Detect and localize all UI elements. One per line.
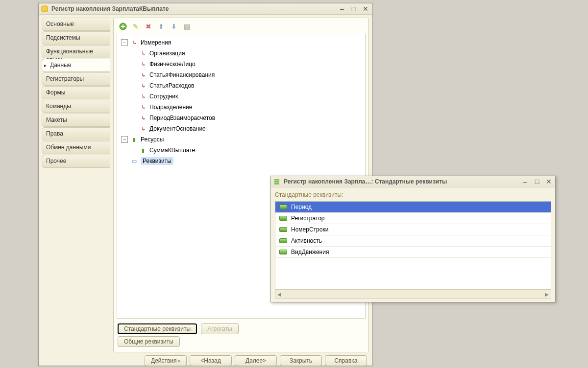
tree-node[interactable]: ↳ПериодВзаиморасчетов (138, 113, 363, 123)
help-button[interactable]: Справка (325, 355, 367, 366)
dimension-icon: ↳ (140, 50, 147, 57)
tree-node-label: СтатьяФинансирования (149, 71, 215, 78)
main-titlebar[interactable]: Регистр накопления ЗарплатаКВыплате – □ … (39, 3, 372, 15)
move-up-icon[interactable]: ⬆ (157, 22, 166, 31)
common-attributes-button[interactable]: Общие реквизиты (118, 336, 180, 347)
tree-node-resources[interactable]: – ▮ Ресурсы (119, 134, 363, 145)
resource-icon: ▮ (140, 147, 147, 154)
tree-node-label: Измерения (141, 39, 171, 46)
standard-attributes-button[interactable]: Стандартные реквизиты (118, 323, 197, 334)
list-item-label: Период (291, 204, 312, 210)
tree-node[interactable]: ↳Организация (138, 48, 363, 59)
tree-node[interactable]: ↳Сотрудник (138, 91, 363, 102)
tree-node-label: Сотрудник (149, 93, 178, 100)
expand-icon[interactable]: – (121, 39, 128, 46)
list-item[interactable]: ВидДвижения (275, 247, 551, 258)
dimension-icon: ↳ (140, 104, 147, 111)
popup-window: Регистр накопления Зарпла…: Стандартные … (270, 176, 556, 302)
field-icon (279, 238, 287, 243)
popup-close-button[interactable]: ✕ (544, 178, 553, 185)
scroll-right-icon[interactable]: ▶ (545, 292, 549, 297)
list-item[interactable]: НомерСтроки (275, 224, 551, 235)
expand-icon[interactable]: – (121, 136, 128, 143)
tree-node-attributes[interactable]: ▭ Реквизиты (119, 156, 363, 166)
back-button[interactable]: <Назад (190, 355, 232, 366)
list-item[interactable]: Регистратор (275, 213, 551, 224)
tab-forms[interactable]: Формы (42, 86, 110, 99)
tab-exchange[interactable]: Обмен данными (42, 141, 110, 154)
next-button[interactable]: Далее> (235, 355, 277, 366)
list-item[interactable]: Период (275, 202, 551, 213)
horizontal-scrollbar[interactable]: ◀ ▶ (275, 289, 551, 299)
tab-label: Формы (46, 89, 65, 96)
tree-node[interactable]: ▮СуммаКВыплате (138, 145, 363, 156)
field-icon (279, 216, 287, 221)
popup-titlebar[interactable]: Регистр накопления Зарпла…: Стандартные … (271, 176, 555, 187)
tree-node-label: СуммаКВыплате (149, 147, 195, 154)
tree-node[interactable]: ↳Подразделение (138, 102, 363, 113)
close-button[interactable]: ✕ (361, 5, 370, 13)
tree-node-label: СтатьяРасходов (149, 82, 194, 89)
panel-buttons: Стандартные реквизиты Агрегаты (117, 319, 366, 336)
minimize-button[interactable]: – (338, 5, 346, 13)
actions-button[interactable]: Действия (145, 355, 187, 366)
list-icon[interactable]: ▤ (182, 22, 191, 31)
list-item-label: Регистратор (291, 215, 325, 222)
main-window-title: Регистр накопления ЗарплатаКВыплате (51, 5, 338, 12)
footer-bar: Действия <Назад Далее> Закрыть Справка (39, 352, 372, 368)
tab-data[interactable]: Данные (42, 59, 110, 72)
maximize-button[interactable]: □ (349, 5, 358, 13)
tab-functional-options[interactable]: Функциональные опции (42, 45, 110, 58)
popup-list[interactable]: Период Регистратор НомерСтроки Активност… (275, 201, 551, 299)
tree-node-label: Реквизиты (141, 157, 173, 165)
add-icon[interactable] (119, 22, 127, 31)
resource-root-icon: ▮ (131, 137, 138, 143)
tree-node-label: Ресурсы (141, 136, 164, 143)
tab-templates[interactable]: Макеты (42, 114, 110, 127)
tree-node[interactable]: ↳СтатьяФинансирования (138, 69, 363, 80)
tree-node-label: Организация (149, 50, 185, 57)
dimension-icon: ↳ (140, 83, 147, 89)
svg-rect-4 (274, 183, 279, 184)
popup-title: Регистр накопления Зарпла…: Стандартные … (284, 178, 521, 185)
dimension-icon: ↳ (140, 115, 147, 121)
tab-subsystems[interactable]: Подсистемы (42, 31, 110, 45)
edit-icon[interactable]: ✎ (131, 22, 140, 31)
dimension-icon: ↳ (140, 126, 147, 132)
tree-node[interactable]: ↳ДокументОснование (138, 123, 363, 134)
tree-node-label: ДокументОснование (149, 125, 206, 132)
tab-label: Данные (50, 62, 71, 69)
close-footer-button[interactable]: Закрыть (280, 355, 322, 366)
tree-node-label: ПериодВзаиморасчетов (149, 115, 215, 121)
aggregates-button[interactable]: Агрегаты (201, 323, 238, 334)
dimension-icon: ↳ (140, 61, 147, 68)
move-down-icon[interactable]: ⬇ (170, 22, 178, 31)
popup-maximize-button[interactable]: □ (533, 178, 541, 185)
delete-icon[interactable]: ✖ (144, 22, 153, 31)
tab-registrators[interactable]: Регистраторы (42, 72, 110, 86)
tree-node-dimensions[interactable]: – ↳ Измерения (119, 37, 363, 48)
dimension-icon: ↳ (140, 72, 147, 78)
list-item-label: Активность (291, 237, 322, 244)
tree-node-label: ФизическоеЛицо (149, 61, 196, 68)
svg-rect-0 (42, 6, 48, 12)
popup-list-label: Стандартные реквизиты: (275, 190, 551, 199)
scroll-left-icon[interactable]: ◀ (277, 292, 281, 297)
tab-other[interactable]: Прочее (42, 155, 110, 168)
dimension-icon: ↳ (140, 93, 147, 100)
popup-icon (273, 178, 281, 185)
app-icon (41, 5, 49, 13)
tab-label: Подсистемы (46, 34, 80, 41)
list-item[interactable]: Активность (275, 235, 551, 247)
tree-node[interactable]: ↳СтатьяРасходов (138, 80, 363, 91)
field-icon (279, 227, 287, 232)
popup-minimize-button[interactable]: – (521, 178, 530, 185)
tab-main[interactable]: Основные (42, 18, 110, 31)
field-icon (279, 205, 287, 209)
tree-node[interactable]: ↳ФизическоеЛицо (138, 59, 363, 69)
tree-node-label: Подразделение (149, 104, 192, 111)
toolbar: ✎ ✖ ⬆ ⬇ ▤ (117, 21, 366, 34)
tab-rights[interactable]: Права (42, 127, 110, 140)
tab-commands[interactable]: Команды (42, 100, 110, 113)
dimension-root-icon: ↳ (131, 40, 138, 46)
